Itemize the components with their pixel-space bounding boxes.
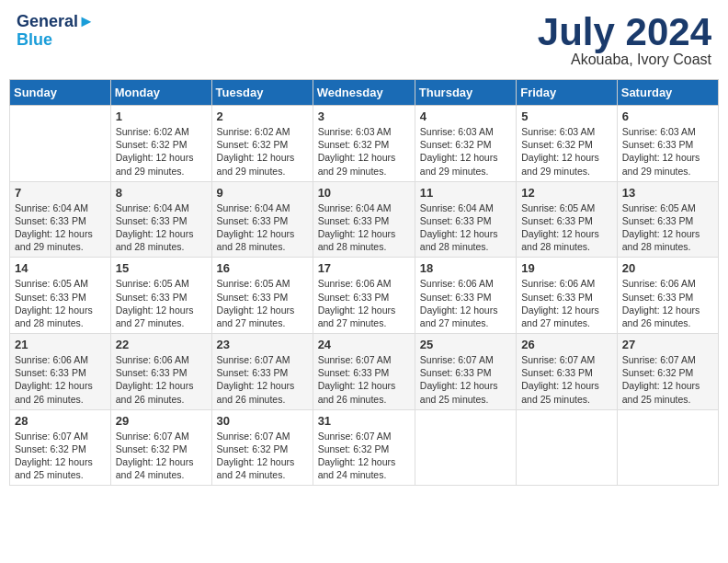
logo-text: General►Blue — [17, 13, 95, 50]
day-info: Sunrise: 6:03 AMSunset: 6:33 PMDaylight:… — [622, 125, 713, 178]
calendar-cell: 25Sunrise: 6:07 AMSunset: 6:33 PMDayligh… — [415, 334, 516, 410]
day-info: Sunrise: 6:07 AMSunset: 6:33 PMDaylight:… — [521, 353, 612, 406]
day-info: Sunrise: 6:04 AMSunset: 6:33 PMDaylight:… — [116, 201, 207, 254]
day-info: Sunrise: 6:07 AMSunset: 6:32 PMDaylight:… — [116, 430, 207, 482]
day-info: Sunrise: 6:06 AMSunset: 6:33 PMDaylight:… — [622, 277, 713, 329]
day-number: 28 — [15, 414, 106, 428]
calendar-cell: 1Sunrise: 6:02 AMSunset: 6:32 PMDaylight… — [110, 106, 211, 182]
day-number: 18 — [420, 261, 511, 275]
day-number: 29 — [116, 414, 207, 428]
day-number: 25 — [420, 338, 511, 351]
calendar-cell: 27Sunrise: 6:07 AMSunset: 6:32 PMDayligh… — [617, 334, 718, 410]
day-number: 15 — [116, 261, 207, 275]
calendar-cell: 19Sunrise: 6:06 AMSunset: 6:33 PMDayligh… — [517, 258, 618, 334]
month-year-title: July 2024 — [538, 13, 711, 52]
column-header-saturday: Saturday — [617, 80, 718, 106]
day-number: 11 — [420, 186, 511, 200]
column-header-thursday: Thursday — [415, 80, 516, 106]
column-header-tuesday: Tuesday — [211, 80, 313, 106]
column-header-monday: Monday — [110, 80, 211, 106]
calendar-table: SundayMondayTuesdayWednesdayThursdayFrid… — [9, 79, 719, 486]
day-number: 5 — [521, 109, 612, 123]
calendar-cell: 14Sunrise: 6:05 AMSunset: 6:33 PMDayligh… — [10, 258, 111, 334]
calendar-cell: 18Sunrise: 6:06 AMSunset: 6:33 PMDayligh… — [415, 258, 516, 334]
calendar-cell: 4Sunrise: 6:03 AMSunset: 6:32 PMDaylight… — [415, 106, 516, 182]
day-number: 19 — [521, 261, 612, 275]
day-number: 7 — [15, 186, 106, 200]
day-number: 6 — [622, 109, 713, 123]
day-number: 24 — [318, 338, 410, 351]
column-header-friday: Friday — [517, 80, 618, 106]
day-number: 30 — [217, 414, 308, 428]
day-info: Sunrise: 6:06 AMSunset: 6:33 PMDaylight:… — [116, 353, 207, 406]
day-number: 31 — [318, 414, 410, 428]
day-info: Sunrise: 6:07 AMSunset: 6:33 PMDaylight:… — [420, 353, 511, 406]
day-info: Sunrise: 6:03 AMSunset: 6:32 PMDaylight:… — [420, 125, 511, 178]
calendar-cell: 28Sunrise: 6:07 AMSunset: 6:32 PMDayligh… — [10, 409, 111, 486]
location-subtitle: Akouaba, Ivory Coast — [538, 52, 711, 68]
calendar-cell: 20Sunrise: 6:06 AMSunset: 6:33 PMDayligh… — [617, 258, 718, 334]
logo: General►Blue — [17, 13, 95, 50]
day-number: 4 — [420, 109, 511, 123]
column-header-wednesday: Wednesday — [313, 80, 415, 106]
day-info: Sunrise: 6:03 AMSunset: 6:32 PMDaylight:… — [521, 125, 612, 178]
calendar-cell — [517, 409, 618, 486]
day-number: 10 — [318, 186, 410, 200]
day-info: Sunrise: 6:05 AMSunset: 6:33 PMDaylight:… — [217, 277, 308, 329]
day-number: 12 — [521, 186, 612, 200]
day-number: 9 — [217, 186, 308, 200]
calendar-cell: 21Sunrise: 6:06 AMSunset: 6:33 PMDayligh… — [10, 334, 111, 410]
day-info: Sunrise: 6:07 AMSunset: 6:32 PMDaylight:… — [318, 430, 410, 482]
calendar-cell: 31Sunrise: 6:07 AMSunset: 6:32 PMDayligh… — [313, 409, 415, 486]
calendar-cell: 22Sunrise: 6:06 AMSunset: 6:33 PMDayligh… — [110, 334, 211, 410]
day-info: Sunrise: 6:05 AMSunset: 6:33 PMDaylight:… — [15, 277, 106, 329]
day-info: Sunrise: 6:05 AMSunset: 6:33 PMDaylight:… — [622, 201, 713, 254]
calendar-cell: 11Sunrise: 6:04 AMSunset: 6:33 PMDayligh… — [415, 181, 516, 258]
day-info: Sunrise: 6:07 AMSunset: 6:33 PMDaylight:… — [318, 353, 410, 406]
day-info: Sunrise: 6:05 AMSunset: 6:33 PMDaylight:… — [116, 277, 207, 329]
day-info: Sunrise: 6:04 AMSunset: 6:33 PMDaylight:… — [420, 201, 511, 254]
day-info: Sunrise: 6:03 AMSunset: 6:32 PMDaylight:… — [318, 125, 410, 178]
calendar-cell: 26Sunrise: 6:07 AMSunset: 6:33 PMDayligh… — [517, 334, 618, 410]
day-info: Sunrise: 6:07 AMSunset: 6:32 PMDaylight:… — [622, 353, 713, 406]
day-info: Sunrise: 6:06 AMSunset: 6:33 PMDaylight:… — [420, 277, 511, 329]
column-header-sunday: Sunday — [10, 80, 111, 106]
day-number: 1 — [116, 109, 207, 123]
title-block: July 2024 Akouaba, Ivory Coast — [538, 13, 711, 68]
calendar-cell: 24Sunrise: 6:07 AMSunset: 6:33 PMDayligh… — [313, 334, 415, 410]
calendar-cell: 8Sunrise: 6:04 AMSunset: 6:33 PMDaylight… — [110, 181, 211, 258]
calendar-cell: 3Sunrise: 6:03 AMSunset: 6:32 PMDaylight… — [313, 106, 415, 182]
calendar-cell: 7Sunrise: 6:04 AMSunset: 6:33 PMDaylight… — [10, 181, 111, 258]
calendar-cell: 30Sunrise: 6:07 AMSunset: 6:32 PMDayligh… — [211, 409, 313, 486]
calendar-cell: 6Sunrise: 6:03 AMSunset: 6:33 PMDaylight… — [617, 106, 718, 182]
day-number: 8 — [116, 186, 207, 200]
day-info: Sunrise: 6:07 AMSunset: 6:32 PMDaylight:… — [217, 430, 308, 482]
calendar-cell — [10, 106, 111, 182]
day-number: 26 — [521, 338, 612, 351]
day-info: Sunrise: 6:04 AMSunset: 6:33 PMDaylight:… — [217, 201, 308, 254]
calendar-cell: 17Sunrise: 6:06 AMSunset: 6:33 PMDayligh… — [313, 258, 415, 334]
day-number: 14 — [15, 261, 106, 275]
calendar-cell: 16Sunrise: 6:05 AMSunset: 6:33 PMDayligh… — [211, 258, 313, 334]
day-number: 22 — [116, 338, 207, 351]
calendar-cell: 2Sunrise: 6:02 AMSunset: 6:32 PMDaylight… — [211, 106, 313, 182]
day-number: 20 — [622, 261, 713, 275]
day-number: 21 — [15, 338, 106, 351]
day-info: Sunrise: 6:06 AMSunset: 6:33 PMDaylight:… — [521, 277, 612, 329]
day-number: 23 — [217, 338, 308, 351]
day-info: Sunrise: 6:02 AMSunset: 6:32 PMDaylight:… — [217, 125, 308, 178]
day-number: 3 — [318, 109, 410, 123]
calendar-cell — [415, 409, 516, 486]
calendar-cell: 10Sunrise: 6:04 AMSunset: 6:33 PMDayligh… — [313, 181, 415, 258]
calendar-cell: 5Sunrise: 6:03 AMSunset: 6:32 PMDaylight… — [517, 106, 618, 182]
calendar-cell: 9Sunrise: 6:04 AMSunset: 6:33 PMDaylight… — [211, 181, 313, 258]
day-number: 13 — [622, 186, 713, 200]
day-info: Sunrise: 6:07 AMSunset: 6:33 PMDaylight:… — [217, 353, 308, 406]
calendar-cell: 12Sunrise: 6:05 AMSunset: 6:33 PMDayligh… — [517, 181, 618, 258]
calendar-cell — [617, 409, 718, 486]
day-info: Sunrise: 6:07 AMSunset: 6:32 PMDaylight:… — [15, 430, 106, 482]
calendar-cell: 23Sunrise: 6:07 AMSunset: 6:33 PMDayligh… — [211, 334, 313, 410]
day-info: Sunrise: 6:06 AMSunset: 6:33 PMDaylight:… — [318, 277, 410, 329]
day-number: 2 — [217, 109, 308, 123]
day-number: 27 — [622, 338, 713, 351]
